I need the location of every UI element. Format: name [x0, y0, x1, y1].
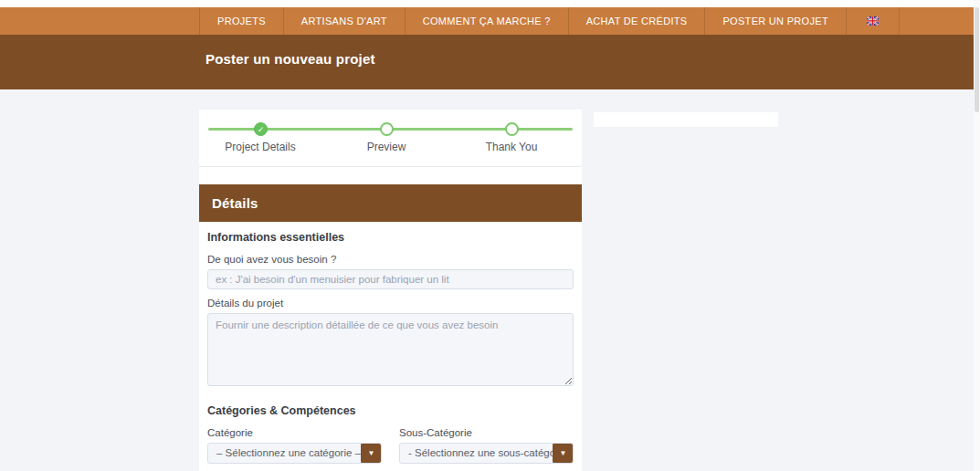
subcategory-label: Sous-Catégorie: [399, 426, 574, 439]
project-details-textarea[interactable]: [207, 313, 574, 386]
category-select-value: – Sélectionnez une catégorie –: [216, 447, 361, 458]
main-navbar: PROJETS ARTISANS D'ART COMMENT ÇA MARCHE…: [0, 7, 974, 35]
chevron-down-icon[interactable]: ▼: [361, 443, 382, 464]
details-section-header: Détails: [199, 184, 582, 222]
need-input[interactable]: [207, 269, 574, 289]
step-circle-thank-you: [505, 122, 519, 136]
nav-item-comment-ca-marche[interactable]: COMMENT ÇA MARCHE ?: [405, 7, 568, 35]
project-details-label: Détails du projet: [207, 297, 574, 309]
nav-item-projets[interactable]: PROJETS: [199, 7, 283, 35]
category-label: Catégorie: [207, 426, 382, 439]
uk-flag-icon: [867, 16, 879, 26]
nav-item-poster-un-projet[interactable]: POSTER UN PROJET: [704, 7, 845, 35]
language-switcher[interactable]: [846, 7, 900, 35]
subcategory-select-value: - Sélectionnez une sous-catégorie -: [408, 447, 574, 458]
card-gap: [199, 167, 582, 184]
content-strip: [594, 112, 778, 127]
category-select[interactable]: – Sélectionnez une catégorie – ▼: [207, 443, 382, 464]
page-title: Poster un nouveau projet: [205, 35, 375, 84]
nav-item-achat-de-credits[interactable]: ACHAT DE CRÉDITS: [568, 7, 705, 35]
scrollbar-thumb[interactable]: [975, 7, 979, 112]
step-label-preview: Preview: [332, 141, 441, 153]
page-header: Poster un nouveau projet: [0, 35, 974, 89]
step-label-project-details: Project Details: [205, 141, 315, 153]
top-strip: [0, 0, 980, 7]
chevron-down-icon[interactable]: ▼: [553, 443, 574, 464]
check-icon: ✓: [254, 122, 268, 136]
post-project-card: ✓ Project Details Preview Thank You Déta…: [199, 110, 582, 471]
progress-stepper: ✓ Project Details Preview Thank You: [199, 110, 582, 167]
step-label-thank-you: Thank You: [457, 141, 566, 153]
step-circle-preview: [380, 122, 394, 136]
project-form: Informations essentielles De quoi avez v…: [199, 222, 582, 471]
nav-item-artisans-dart[interactable]: ARTISANS D'ART: [283, 7, 405, 35]
categories-heading: Catégories & Compétences: [207, 404, 574, 418]
scrollbar[interactable]: [974, 0, 980, 471]
subcategory-select[interactable]: - Sélectionnez une sous-catégorie - ▼: [399, 443, 574, 464]
need-label: De quoi avez vous besoin ?: [207, 253, 574, 266]
essential-info-heading: Informations essentielles: [207, 231, 574, 245]
